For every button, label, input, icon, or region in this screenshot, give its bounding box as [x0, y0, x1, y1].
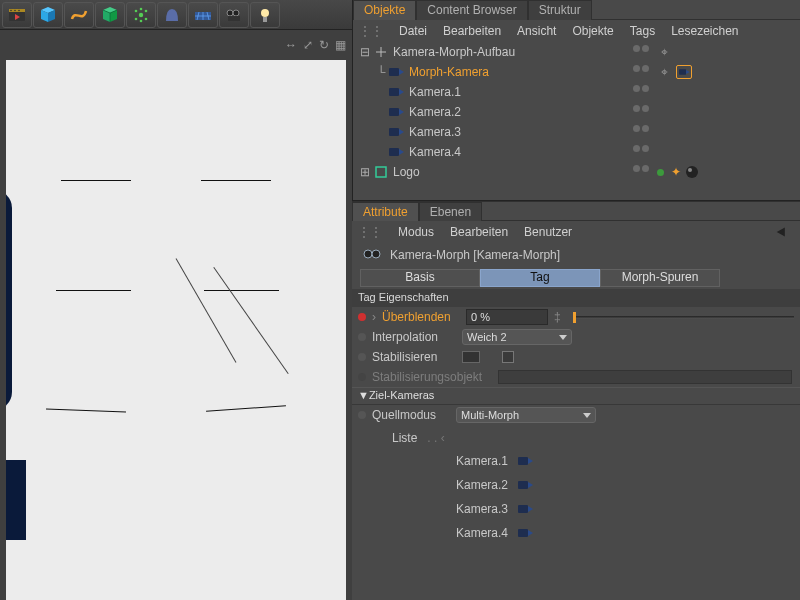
attr-menu-bearbeiten[interactable]: Bearbeiten: [450, 225, 508, 239]
tab-objekte[interactable]: Objekte: [353, 0, 416, 20]
tree-row[interactable]: ⊞Logo✦: [353, 162, 800, 182]
select-quellmodus[interactable]: Multi-Morph: [456, 407, 596, 423]
tab-attribute[interactable]: Attribute: [352, 202, 419, 222]
tool-particles[interactable]: [126, 2, 156, 28]
attr-segments: Basis Tag Morph-Spuren: [360, 269, 792, 287]
object-label[interactable]: Logo: [393, 165, 420, 179]
tree-row[interactable]: ⊟Kamera-Morph-Aufbau⌖: [353, 42, 800, 62]
tool-grid[interactable]: [188, 2, 218, 28]
select-interpolation[interactable]: Weich 2: [462, 329, 572, 345]
list-item[interactable]: Kamera.2: [448, 473, 648, 497]
tab-ebenen[interactable]: Ebenen: [419, 202, 482, 222]
vp-zoom-icon[interactable]: ⤢: [303, 38, 313, 52]
tool-light[interactable]: [250, 2, 280, 28]
attr-menu-benutzer[interactable]: Benutzer: [524, 225, 572, 239]
label-stabilisierungsobjekt: Stabilisierungsobjekt: [372, 370, 492, 384]
swatch-stabilisieren[interactable]: [462, 351, 480, 363]
anim-dot-icon: [358, 373, 366, 381]
target-icon[interactable]: ⌖: [661, 65, 668, 79]
camera-list[interactable]: Kamera.1Kamera.2Kamera.3Kamera.4: [448, 449, 648, 545]
input-ueberblenden[interactable]: [466, 309, 548, 325]
object-label[interactable]: Kamera.4: [409, 145, 461, 159]
twist-icon[interactable]: └: [375, 65, 387, 79]
svg-point-24: [227, 10, 233, 16]
svg-rect-26: [228, 16, 240, 21]
list-item[interactable]: Kamera.4: [448, 521, 648, 545]
svg-point-17: [140, 7, 143, 10]
seg-morph-spuren[interactable]: Morph-Spuren: [600, 269, 720, 287]
menu-datei[interactable]: Datei: [399, 24, 427, 38]
label-interpolation: Interpolation: [372, 330, 456, 344]
menu-ansicht[interactable]: Ansicht: [517, 24, 556, 38]
group-ziel-kameras[interactable]: ▼Ziel-Kameras: [352, 387, 800, 405]
svg-point-32: [686, 166, 698, 178]
tree-row[interactable]: Kamera.2: [353, 102, 800, 122]
menu-bearbeiten[interactable]: Bearbeiten: [443, 24, 501, 38]
svg-point-15: [135, 17, 138, 20]
tool-cube[interactable]: [33, 2, 63, 28]
tool-camera[interactable]: [219, 2, 249, 28]
seg-basis[interactable]: Basis: [360, 269, 480, 287]
vp-view-icon[interactable]: ▦: [335, 38, 346, 52]
camera-icon: [518, 504, 536, 514]
vp-pan-icon[interactable]: ↔: [285, 38, 297, 52]
object-label[interactable]: Kamera-Morph-Aufbau: [393, 45, 515, 59]
menu-tags[interactable]: Tags: [630, 24, 655, 38]
object-label[interactable]: Morph-Kamera: [409, 65, 489, 79]
prop-ueberblenden: › Überblenden ‡: [352, 307, 800, 327]
tool-spline[interactable]: [64, 2, 94, 28]
viewport-canvas[interactable]: [6, 60, 346, 600]
object-label[interactable]: Kamera.1: [409, 85, 461, 99]
camera-icon: [389, 125, 405, 139]
prop-quellmodus: Quellmodus Multi-Morph: [352, 405, 800, 425]
menu-handle-icon[interactable]: ⋮⋮: [359, 24, 383, 38]
object-label[interactable]: Kamera.2: [409, 105, 461, 119]
object-label[interactable]: Kamera.3: [409, 125, 461, 139]
anim-dot-icon[interactable]: [358, 333, 366, 341]
checkbox-stabilisieren[interactable]: [502, 351, 514, 363]
list-item[interactable]: Kamera.3: [448, 497, 648, 521]
tree-row[interactable]: Kamera.4: [353, 142, 800, 162]
menu-handle-icon[interactable]: ⋮⋮: [358, 225, 382, 239]
anim-dot-icon[interactable]: [358, 313, 366, 321]
seg-tag[interactable]: Tag: [480, 269, 600, 287]
list-item[interactable]: Kamera.1: [448, 449, 648, 473]
visibility-dots[interactable]: [633, 105, 649, 112]
visibility-dots[interactable]: [633, 85, 649, 92]
anim-dot-icon[interactable]: [358, 411, 366, 419]
tab-struktur[interactable]: Struktur: [528, 0, 592, 20]
menu-objekte[interactable]: Objekte: [572, 24, 613, 38]
tree-row[interactable]: └Morph-Kamera⌖: [353, 62, 800, 82]
viewport[interactable]: ↔ ⤢ ↻ ▦: [0, 30, 352, 600]
tree-row[interactable]: Kamera.3: [353, 122, 800, 142]
menu-lesezeichen[interactable]: Lesezeichen: [671, 24, 738, 38]
camera-icon: [518, 456, 536, 466]
link-stabilisierungsobjekt[interactable]: [498, 370, 792, 384]
visibility-dots[interactable]: ⌖: [633, 45, 672, 59]
object-tree[interactable]: ⊟Kamera-Morph-Aufbau⌖└Morph-Kamera⌖Kamer…: [353, 42, 800, 182]
svg-point-12: [139, 12, 143, 16]
tab-content-browser[interactable]: Content Browser: [416, 0, 527, 20]
twist-icon[interactable]: ⊟: [359, 45, 371, 59]
twist-icon[interactable]: ⊞: [359, 165, 371, 179]
null-icon: [373, 165, 389, 179]
visibility-dots[interactable]: ⌖: [633, 65, 692, 79]
visibility-dots[interactable]: ✦: [633, 165, 699, 179]
tool-movie[interactable]: [2, 2, 32, 28]
camera-morph-tag-icon[interactable]: [676, 65, 692, 79]
list-item-label: Kamera.4: [456, 526, 508, 540]
tag-icon[interactable]: ✦: [671, 165, 681, 179]
vp-orbit-icon[interactable]: ↻: [319, 38, 329, 52]
visibility-dots[interactable]: [633, 145, 649, 152]
tree-row[interactable]: Kamera.1: [353, 82, 800, 102]
tool-generator[interactable]: [95, 2, 125, 28]
target-icon[interactable]: ⌖: [661, 45, 668, 59]
material-icon[interactable]: [685, 165, 699, 179]
attr-menu-modus[interactable]: Modus: [398, 225, 434, 239]
history-back-icon[interactable]: [774, 225, 792, 242]
anim-dot-icon[interactable]: [358, 353, 366, 361]
visibility-dots[interactable]: [633, 125, 649, 132]
object-menu: ⋮⋮ Datei Bearbeiten Ansicht Objekte Tags…: [353, 20, 800, 42]
tool-deformer[interactable]: [157, 2, 187, 28]
null-icon: [373, 45, 389, 59]
